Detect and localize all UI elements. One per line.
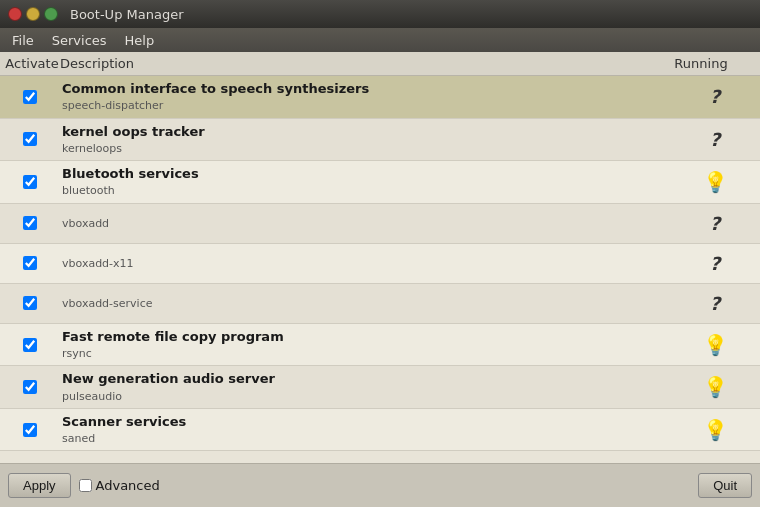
quit-button[interactable]: Quit	[698, 473, 752, 498]
table-row[interactable]: vboxadd?	[0, 204, 760, 244]
row-running-cell: ?	[670, 213, 760, 234]
table-row[interactable]: Common interface to speech synthesizerss…	[0, 76, 760, 119]
row-description-cell: Scanner servicessaned	[60, 409, 670, 451]
service-id: bluetooth	[62, 183, 666, 198]
titlebar: Boot-Up Manager	[0, 0, 760, 28]
service-name: New generation audio server	[62, 370, 666, 388]
table-header: Activate Description Running	[0, 52, 760, 76]
row-activate-cell	[0, 90, 60, 104]
row-activate-cell	[0, 256, 60, 270]
advanced-checkbox[interactable]	[79, 479, 92, 492]
row-running-cell: ?	[670, 129, 760, 150]
service-id: kerneloops	[62, 141, 666, 156]
row-running-cell: ?	[670, 86, 760, 107]
table-row[interactable]: kernel oops trackerkerneloops?	[0, 119, 760, 162]
row-activate-cell	[0, 296, 60, 310]
col-running: Running	[656, 56, 746, 71]
activate-checkbox[interactable]	[23, 175, 37, 189]
col-activate: Activate	[0, 56, 60, 71]
activate-checkbox[interactable]	[23, 132, 37, 146]
unknown-status-icon: ?	[710, 293, 720, 314]
window-controls[interactable]	[8, 7, 58, 21]
row-running-cell: 💡	[670, 333, 760, 357]
close-button[interactable]	[8, 7, 22, 21]
activate-checkbox[interactable]	[23, 90, 37, 104]
table-row[interactable]: Scanner servicessaned💡	[0, 409, 760, 452]
menu-file[interactable]: File	[4, 31, 42, 50]
service-id: vboxadd-service	[62, 296, 666, 311]
row-description-cell: vboxadd-x11	[60, 252, 670, 275]
advanced-label-text: Advanced	[96, 478, 160, 493]
row-activate-cell	[0, 216, 60, 230]
unknown-status-icon: ?	[710, 129, 720, 150]
service-id: vboxadd-x11	[62, 256, 666, 271]
apply-button[interactable]: Apply	[8, 473, 71, 498]
table-body: Common interface to speech synthesizerss…	[0, 76, 760, 463]
service-id: saned	[62, 431, 666, 446]
menubar: File Services Help	[0, 28, 760, 52]
row-activate-cell	[0, 132, 60, 146]
activate-checkbox[interactable]	[23, 296, 37, 310]
row-running-cell: 💡	[670, 170, 760, 194]
table-row[interactable]: Bluetooth servicesbluetooth💡	[0, 161, 760, 204]
row-running-cell: ?	[670, 253, 760, 274]
service-name: kernel oops tracker	[62, 123, 666, 141]
service-name: Common interface to speech synthesizers	[62, 80, 666, 98]
menu-services[interactable]: Services	[44, 31, 115, 50]
bulb-dim-icon: 💡	[703, 375, 728, 399]
row-description-cell: Fast remote file copy programrsync	[60, 324, 670, 366]
table-row[interactable]: New generation audio serverpulseaudio💡	[0, 366, 760, 409]
row-description-cell: vboxadd-service	[60, 292, 670, 315]
service-id: rsync	[62, 346, 666, 361]
table-row[interactable]: Fast remote file copy programrsync💡	[0, 324, 760, 367]
advanced-toggle[interactable]: Advanced	[79, 478, 160, 493]
bulb-dim-icon: 💡	[703, 333, 728, 357]
row-description-cell: New generation audio serverpulseaudio	[60, 366, 670, 408]
unknown-status-icon: ?	[710, 86, 720, 107]
activate-checkbox[interactable]	[23, 216, 37, 230]
table-row[interactable]: vboxadd-service?	[0, 284, 760, 324]
activate-checkbox[interactable]	[23, 256, 37, 270]
service-id: vboxadd	[62, 216, 666, 231]
service-name: Scanner services	[62, 413, 666, 431]
row-running-cell: 💡	[670, 418, 760, 442]
row-description-cell: kernel oops trackerkerneloops	[60, 119, 670, 161]
activate-checkbox[interactable]	[23, 423, 37, 437]
row-activate-cell	[0, 423, 60, 437]
row-description-cell: Bluetooth servicesbluetooth	[60, 161, 670, 203]
menu-help[interactable]: Help	[117, 31, 163, 50]
activate-checkbox[interactable]	[23, 338, 37, 352]
service-name: Bluetooth services	[62, 165, 666, 183]
row-activate-cell	[0, 175, 60, 189]
row-description-cell: vboxadd	[60, 212, 670, 235]
footer: Apply Advanced Quit	[0, 463, 760, 507]
minimize-button[interactable]	[26, 7, 40, 21]
service-id: pulseaudio	[62, 389, 666, 404]
bulb-dim-icon: 💡	[703, 418, 728, 442]
bulb-on-icon: 💡	[703, 170, 728, 194]
row-description-cell: Common interface to speech synthesizerss…	[60, 76, 670, 118]
unknown-status-icon: ?	[710, 253, 720, 274]
row-activate-cell	[0, 380, 60, 394]
main-content: Activate Description Running Common inte…	[0, 52, 760, 463]
row-running-cell: 💡	[670, 375, 760, 399]
table-row[interactable]: vboxadd-x11?	[0, 244, 760, 284]
service-table: Activate Description Running Common inte…	[0, 52, 760, 463]
col-description: Description	[60, 56, 656, 71]
row-running-cell: ?	[670, 293, 760, 314]
unknown-status-icon: ?	[710, 213, 720, 234]
row-activate-cell	[0, 338, 60, 352]
service-name: Fast remote file copy program	[62, 328, 666, 346]
service-id: speech-dispatcher	[62, 98, 666, 113]
activate-checkbox[interactable]	[23, 380, 37, 394]
window-title: Boot-Up Manager	[70, 7, 184, 22]
maximize-button[interactable]	[44, 7, 58, 21]
